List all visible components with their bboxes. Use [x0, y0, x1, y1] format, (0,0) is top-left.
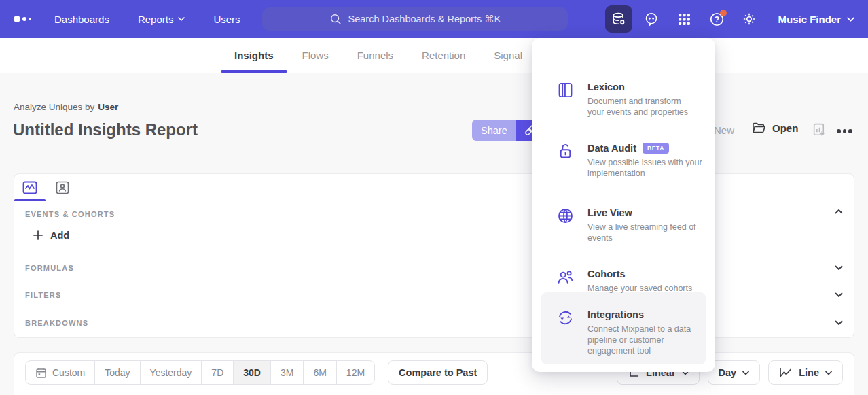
apps-grid-button[interactable] [670, 5, 698, 33]
add-event-button[interactable]: Add [33, 230, 69, 241]
section-events-cohorts[interactable]: EVENTS & COHORTS Add [14, 201, 854, 254]
nav-item-reports[interactable]: Reports [138, 14, 185, 25]
date-range-30d[interactable]: 30D [234, 361, 271, 384]
section-label: BREAKDOWNS [25, 319, 88, 327]
folder-icon [752, 122, 766, 135]
tab-signal[interactable]: Signal [480, 38, 536, 73]
integrations-icon [556, 309, 575, 328]
builder-view-tabs [14, 174, 854, 201]
section-filters[interactable]: FILTERS [14, 281, 854, 309]
compare-label: Compare to Past [399, 367, 477, 378]
users-view-tab[interactable] [55, 181, 70, 194]
date-range-label: Today [105, 367, 130, 378]
menu-item-description: Document and transform your events and p… [587, 96, 698, 118]
beta-badge: BETA [643, 143, 669, 154]
plus-icon [33, 230, 43, 240]
analyze-prefix: Analyze Uniques by [14, 102, 94, 112]
chart-toolbar-panel: Custom Today Yesterday 7D 30D 3M 6M 12M … [14, 352, 854, 395]
globe-icon [556, 207, 575, 226]
section-label: EVENTS & COHORTS [25, 210, 115, 218]
date-range-label: 12M [346, 367, 365, 378]
menu-item-description: Connect Mixpanel to a data pipeline or c… [587, 324, 704, 356]
open-label: Open [772, 122, 798, 134]
data-management-button[interactable] [605, 5, 632, 33]
share-button[interactable]: Share [472, 120, 516, 141]
help-button[interactable]: ? [703, 5, 730, 33]
new-label: New [714, 124, 734, 136]
menu-item-lexicon[interactable]: Lexicon Document and transform your even… [532, 82, 715, 118]
nav-item-users[interactable]: Users [213, 14, 240, 25]
metrics-view-tab[interactable] [22, 181, 37, 194]
menu-item-description: View a live streaming feed of events [587, 222, 711, 243]
menu-item-cohorts[interactable]: Cohorts Manage your saved cohorts [532, 269, 715, 294]
report-builder-panel: EVENTS & COHORTS Add FORMULAS FILTERS [14, 173, 854, 338]
dot [843, 129, 847, 133]
menu-item-live-view[interactable]: Live View View a live streaming feed of … [532, 207, 715, 243]
menu-item-data-audit[interactable]: Data Audit BETA View possible issues wit… [532, 143, 715, 179]
calendar-icon [35, 367, 47, 379]
mixpanel-logo-icon[interactable] [14, 16, 31, 22]
section-label: FILTERS [25, 291, 61, 299]
menu-item-title: Cohorts [587, 269, 626, 279]
report-tabbar: Insights Flows Funnels Retention Signal … [0, 38, 868, 73]
database-gear-icon [611, 12, 626, 27]
nav-item-label: Users [213, 14, 240, 25]
date-range-today[interactable]: Today [95, 361, 140, 384]
chevron-up-icon [835, 209, 843, 214]
interval-dropdown[interactable]: Day [708, 360, 761, 385]
date-range-12m[interactable]: 12M [337, 361, 374, 384]
date-range-7d[interactable]: 7D [202, 361, 234, 384]
tab-label: Signal [494, 50, 522, 61]
feedback-button[interactable] [638, 5, 665, 33]
date-range-label: 30D [243, 367, 261, 378]
data-audit-icon [556, 142, 575, 161]
tab-funnels[interactable]: Funnels [344, 38, 407, 73]
add-label: Add [50, 230, 69, 241]
lexicon-icon [556, 81, 575, 100]
search-input[interactable]: Search Dashboards & Reports ⌘K [262, 7, 568, 31]
chart-type-dropdown[interactable]: Line [768, 360, 843, 385]
chevron-down-icon [178, 17, 185, 21]
menu-item-title: Integrations [587, 309, 644, 320]
date-range-label: 7D [211, 367, 223, 378]
section-label: FORMULAS [25, 264, 74, 272]
nav-item-label: Reports [138, 14, 174, 25]
tab-label: Funnels [357, 50, 393, 61]
add-to-dashboard-icon [812, 122, 827, 137]
date-range-label: Custom [52, 367, 85, 378]
tab-retention[interactable]: Retention [408, 38, 479, 73]
menu-item-integrations[interactable]: Integrations Connect Mixpanel to a data … [532, 309, 715, 356]
nav-right-cluster: ? Music Finder [600, 0, 854, 38]
line-chart-square-icon [22, 181, 37, 194]
date-range-label: 3M [281, 367, 293, 378]
search-icon [329, 13, 342, 25]
section-formulas[interactable]: FORMULAS [14, 254, 854, 281]
tab-flows[interactable]: Flows [289, 38, 342, 73]
line-chart-icon [779, 367, 793, 378]
section-breakdowns[interactable]: BREAKDOWNS [14, 309, 854, 337]
project-name: Music Finder [778, 14, 841, 25]
nav-item-dashboards[interactable]: Dashboards [54, 14, 109, 25]
compare-to-past-button[interactable]: Compare to Past [388, 360, 488, 385]
project-switcher[interactable]: Music Finder [778, 14, 854, 25]
date-range-6m[interactable]: 6M [304, 361, 336, 384]
menu-item-title: Live View [587, 207, 632, 218]
open-report-button[interactable]: Open [752, 122, 798, 135]
page-title[interactable]: Untitled Insights Report [13, 120, 198, 139]
date-range-yesterday[interactable]: Yesterday [141, 361, 202, 384]
tab-label: Insights [234, 50, 274, 61]
menu-item-description: View possible issues with your implement… [587, 157, 718, 179]
analyze-value[interactable]: User [98, 102, 118, 112]
top-nav: Dashboards Reports Users Search Dashboar… [0, 0, 868, 38]
more-options-button[interactable] [835, 126, 854, 136]
cohorts-icon [556, 268, 575, 287]
dot [837, 129, 841, 133]
new-report-button[interactable]: New [714, 124, 734, 136]
add-to-dashboard-button[interactable] [812, 122, 827, 137]
settings-button[interactable] [736, 5, 763, 33]
menu-item-description: Manage your saved cohorts [587, 283, 718, 294]
date-range-custom[interactable]: Custom [26, 361, 95, 384]
chevron-down-icon [847, 17, 854, 22]
date-range-3m[interactable]: 3M [271, 361, 304, 384]
tab-insights[interactable]: Insights [221, 38, 287, 73]
